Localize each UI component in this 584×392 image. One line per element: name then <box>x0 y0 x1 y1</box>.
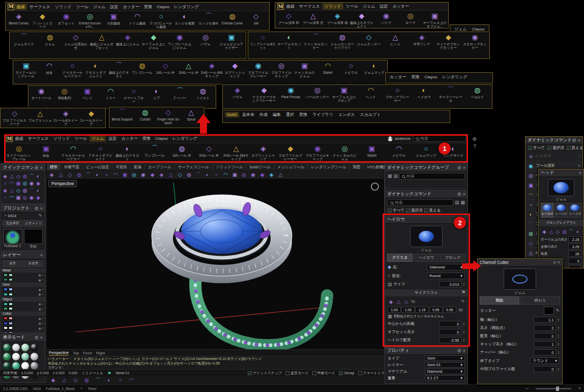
layer-row[interactable]: ◉ ▪ <box>1 321 45 326</box>
tool-icon[interactable]: ◉ <box>250 171 256 178</box>
tool-button[interactable]: ◍Extrude Curve <box>221 12 244 25</box>
project-button[interactable]: ジオメトリ <box>23 220 43 227</box>
tool-button[interactable]: ◎環状配列 <box>53 87 75 100</box>
tool-icon[interactable]: △ <box>277 171 284 178</box>
tool-icon[interactable]: ◇ <box>15 173 21 179</box>
tool-icon[interactable]: △ <box>9 187 15 194</box>
menu-item[interactable]: 変換 <box>410 74 422 80</box>
gear-icon[interactable]: ⚙ <box>35 336 39 340</box>
tool-button[interactable]: ◆サーフェス上にジェム <box>141 33 166 49</box>
menu-item[interactable]: 曲線 <box>13 135 25 142</box>
help-icon[interactable]: ? <box>470 144 479 149</box>
cutter-thumbnail[interactable] <box>544 307 554 315</box>
check-icon[interactable]: ✓ <box>248 371 252 375</box>
project-thumbnail-blank[interactable] <box>24 229 43 244</box>
tool-button[interactable]: ◆スプリットシャンク <box>224 62 247 78</box>
tool-icon[interactable]: ⌒ <box>568 228 574 235</box>
tool-icon[interactable]: ◆ <box>149 171 156 178</box>
layer-row[interactable]: ◉ ▪ <box>1 331 45 334</box>
tool-icon[interactable]: ⌒ <box>195 171 201 178</box>
tool-button[interactable]: ◆マイクロプロングカッター <box>435 33 461 49</box>
layer-material-chip[interactable] <box>9 293 13 296</box>
tool-icon[interactable]: ◠ <box>222 171 229 178</box>
tab-item[interactable]: 選択 <box>284 111 296 118</box>
workspace-tab[interactable]: 標準 <box>47 164 61 170</box>
tool-button[interactable]: ○リングレール&カット <box>250 33 276 49</box>
tool-icon[interactable]: ○ <box>103 171 110 178</box>
field-value[interactable]: 2 <box>534 325 556 331</box>
eye-icon[interactable]: ◉ <box>39 292 41 296</box>
stepper-icon[interactable]: ↕ <box>558 367 560 372</box>
tool-button[interactable]: ⌒曲線上のテキスト <box>108 62 131 78</box>
eye-icon[interactable]: ◉ <box>39 302 41 306</box>
user-avatar-icon[interactable] <box>388 136 393 141</box>
workspace-tab[interactable]: 変換 <box>131 164 144 170</box>
close-icon[interactable]: × <box>558 260 560 265</box>
tool-button[interactable]: ◉プロファイルキャップ <box>304 144 331 161</box>
tool-icon[interactable]: ◍ <box>562 228 568 235</box>
tool-button[interactable]: ⌒Blend Support <box>111 108 133 121</box>
workspace-tab[interactable]: サーフェスツール <box>175 164 212 170</box>
menu-item[interactable]: ツール <box>344 3 360 10</box>
tool-button[interactable]: ⌒エッジを抽出 <box>197 12 220 25</box>
lock-icon[interactable]: ▪ <box>42 288 43 291</box>
eye-icon[interactable]: ◉ <box>39 326 41 330</box>
tool-icon[interactable]: ◠ <box>112 171 119 178</box>
layer-color-chip[interactable] <box>4 278 8 281</box>
field-value[interactable]: 2.25 <box>568 236 581 243</box>
tool-button[interactable]: ◍ジェム <box>37 33 63 46</box>
eye-icon[interactable]: ◉ <box>39 278 41 282</box>
tool-button[interactable]: ◇Jali <box>244 12 268 25</box>
layer-row[interactable]: ◉ ▪ <box>1 326 45 331</box>
menu-item[interactable]: カッター <box>119 135 140 142</box>
field-value[interactable]: 0 <box>534 349 556 355</box>
panel-search[interactable] <box>399 173 465 179</box>
menu-item[interactable]: 変換 <box>142 4 154 10</box>
tool-button[interactable]: ▣分割曲線 <box>102 12 126 25</box>
gear-icon[interactable]: ⚙ <box>457 192 461 197</box>
field-value[interactable]: 26 <box>568 251 581 257</box>
material-sphere[interactable] <box>3 353 11 360</box>
tool-icon[interactable]: ◠ <box>9 180 15 187</box>
size-cell[interactable]: 0.95 <box>443 307 456 313</box>
gear-icon[interactable]: ⚙ <box>35 206 39 211</box>
tool-icon[interactable]: △ <box>61 377 68 383</box>
channel-thumbnail[interactable] <box>504 268 536 290</box>
tool-icon[interactable]: ▣ <box>231 171 238 178</box>
tool-icon[interactable]: ◉ <box>140 171 147 178</box>
layer-material-chip[interactable] <box>9 278 13 281</box>
size-cell[interactable]: 1.00 <box>388 307 401 313</box>
layer-material-chip[interactable] <box>9 322 13 325</box>
menu-item[interactable]: レンダリング <box>170 135 199 142</box>
tab-item[interactable]: スカルプト <box>358 111 383 118</box>
tool-button[interactable]: △ヒンジ <box>383 33 408 46</box>
check-icon[interactable]: ✓ <box>547 146 551 150</box>
list-view-icon[interactable]: ▤ <box>455 200 459 205</box>
zoom-in-icon[interactable]: + <box>578 386 581 391</box>
stepper-icon[interactable]: ↕ <box>558 326 560 330</box>
field-value[interactable]: 0 <box>439 321 461 327</box>
material-sphere[interactable] <box>21 353 29 360</box>
menu-item[interactable]: カッター <box>121 4 141 10</box>
tool-icon[interactable]: △ <box>548 228 554 235</box>
level-tab[interactable]: レベル1 <box>541 203 553 218</box>
app-logo[interactable]: M <box>277 3 284 10</box>
tool-button[interactable]: ◆フィレットカーブ <box>31 12 54 28</box>
tool-button[interactable]: ◐テキストオブジェクト <box>84 62 107 78</box>
layer-color-chip[interactable] <box>4 331 8 333</box>
eye-icon[interactable]: ◉ <box>39 331 41 333</box>
tool-button[interactable]: ◠ミラー <box>99 87 122 100</box>
check-icon[interactable]: ✓ <box>406 208 410 213</box>
lock-icon[interactable]: ▪ <box>42 274 43 277</box>
tool-button[interactable]: ◠結合 <box>38 62 61 74</box>
menu-item[interactable]: Clayoo <box>155 4 171 10</box>
app-logo[interactable]: M <box>6 135 13 142</box>
material-sphere[interactable] <box>31 344 38 351</box>
layers-button[interactable]: 非表示 <box>23 260 43 267</box>
tool-icon[interactable]: ◐ <box>94 171 101 178</box>
app-logo[interactable]: M <box>8 4 14 10</box>
menu-item[interactable]: Clayoo <box>423 74 440 80</box>
view-gizmo-icon[interactable] <box>371 183 379 191</box>
tool-button[interactable]: ◐ジェムマップ <box>363 62 386 74</box>
layer-material-chip[interactable] <box>9 288 13 291</box>
